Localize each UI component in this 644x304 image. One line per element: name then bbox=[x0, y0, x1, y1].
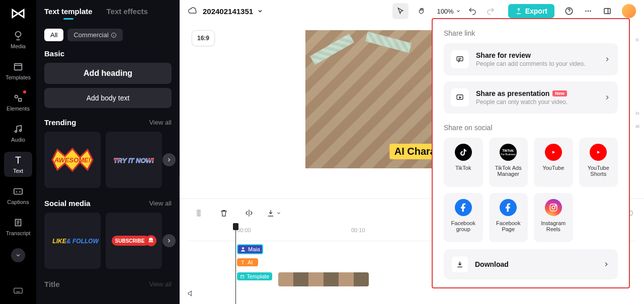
download-clip[interactable] bbox=[266, 209, 281, 218]
rail-label: Elements bbox=[7, 106, 30, 112]
tiktok-icon bbox=[455, 144, 472, 161]
zoom-value: 100% bbox=[437, 8, 453, 15]
svg-point-4 bbox=[20, 130, 22, 132]
help-icon[interactable] bbox=[565, 7, 574, 16]
rail-label: Audio bbox=[11, 137, 25, 143]
editor-center: 202402141351 100% Export bbox=[180, 0, 644, 304]
clip-avatar[interactable]: Maia bbox=[237, 244, 263, 254]
view-all-trending[interactable]: View all bbox=[149, 119, 172, 126]
rail-transcript[interactable]: Transcript bbox=[4, 214, 32, 239]
split-tool-icon[interactable] bbox=[191, 205, 207, 221]
tiktok-biz-icon: TikTok:For Business bbox=[500, 144, 517, 161]
rail-label: Text bbox=[13, 168, 23, 174]
carousel-next-icon[interactable] bbox=[163, 153, 176, 166]
keyboard-shortcuts-icon[interactable] bbox=[13, 285, 24, 296]
social-facebook-page[interactable]: Facebook Page bbox=[489, 193, 528, 242]
svg-text:LIKE: LIKE bbox=[52, 238, 66, 245]
export-icon bbox=[515, 8, 522, 15]
add-body-text-button[interactable]: Add body text bbox=[44, 88, 172, 108]
rail-audio[interactable]: Audio bbox=[4, 121, 32, 146]
hand-tool[interactable] bbox=[414, 3, 430, 19]
section-title-partial: Title bbox=[44, 280, 60, 288]
zoom-level[interactable]: 100% bbox=[437, 8, 460, 15]
chevron-right-icon bbox=[604, 56, 611, 63]
social-facebook-group[interactable]: Facebook group bbox=[444, 193, 483, 242]
export-button[interactable]: Export bbox=[508, 4, 554, 18]
clip-label: Template bbox=[247, 273, 269, 279]
social-youtube[interactable]: YouTube bbox=[534, 138, 573, 187]
svg-point-35 bbox=[552, 206, 555, 209]
social-youtube-shorts[interactable]: YouTube Shorts bbox=[579, 138, 618, 187]
instagram-icon bbox=[545, 199, 562, 216]
rail-elements[interactable]: Elements bbox=[4, 89, 32, 115]
mirror-icon[interactable] bbox=[241, 205, 257, 221]
mute-track-icon[interactable] bbox=[187, 289, 195, 297]
rail-more[interactable] bbox=[11, 248, 25, 262]
timeline-playhead[interactable] bbox=[235, 227, 236, 304]
aspect-ratio-badge[interactable]: 16:9 bbox=[192, 30, 215, 46]
filter-commercial[interactable]: Commercial bbox=[67, 29, 122, 41]
carousel-next-icon[interactable] bbox=[163, 234, 176, 247]
share-review-card[interactable]: Share for review People can add comments… bbox=[444, 43, 618, 75]
download-card[interactable]: Download bbox=[444, 249, 618, 279]
rail-media[interactable]: Media bbox=[4, 27, 32, 52]
chevron-right-icon bbox=[603, 261, 610, 268]
cursor-tool[interactable] bbox=[392, 3, 409, 19]
share-card-title: Share for review bbox=[476, 51, 597, 59]
social-tiktok[interactable]: TikTok bbox=[444, 138, 483, 187]
clip-text[interactable]: AI bbox=[237, 258, 258, 266]
tab-text-effects[interactable]: Text effects bbox=[107, 7, 148, 20]
more-icon[interactable] bbox=[584, 7, 593, 16]
clip-label: Maia bbox=[248, 246, 260, 252]
panel-toggle-icon[interactable] bbox=[603, 7, 612, 16]
filter-all[interactable]: All bbox=[44, 29, 63, 41]
social-label: TikTok bbox=[455, 165, 471, 171]
clip-video-track[interactable] bbox=[278, 272, 369, 286]
youtube-icon bbox=[590, 144, 607, 161]
rail-templates[interactable]: Templates bbox=[4, 58, 32, 83]
comment-icon bbox=[451, 50, 469, 68]
social-tiktok-ads-manager[interactable]: TikTok:For BusinessTikTok Ads Manager bbox=[489, 138, 528, 187]
template-thumb[interactable]: LIKE& FOLLOW bbox=[44, 213, 101, 269]
social-instagram-reels[interactable]: Instagram Reels bbox=[534, 193, 573, 242]
share-popover: Share link Share for review People can a… bbox=[432, 18, 630, 288]
template-thumb[interactable]: AWESOME! bbox=[44, 132, 101, 188]
template-thumb[interactable]: SUBSCRIBE bbox=[106, 213, 162, 269]
share-card-title: Share as presentation New bbox=[476, 89, 597, 97]
svg-point-17 bbox=[585, 11, 586, 12]
svg-rect-29 bbox=[199, 210, 200, 216]
redo-button[interactable] bbox=[486, 7, 495, 16]
svg-text:& FOLLOW: & FOLLOW bbox=[66, 238, 99, 245]
notification-dot bbox=[23, 90, 26, 93]
svg-text:AWESOME!: AWESOME! bbox=[54, 156, 91, 164]
export-label: Export bbox=[525, 7, 547, 15]
view-all-social[interactable]: View all bbox=[149, 199, 172, 207]
clip-template[interactable]: Template bbox=[237, 272, 272, 280]
cloud-sync-icon[interactable] bbox=[188, 6, 198, 16]
ruler-tick: 00:00 bbox=[237, 227, 251, 233]
svg-rect-28 bbox=[197, 210, 198, 216]
youtube-icon bbox=[545, 144, 562, 161]
facebook-icon bbox=[500, 199, 517, 216]
rail-label: Templates bbox=[6, 74, 31, 80]
svg-text:SUBSCRIBE: SUBSCRIBE bbox=[115, 238, 145, 244]
app-logo[interactable] bbox=[11, 6, 26, 21]
project-title-text: 202402141351 bbox=[203, 7, 253, 16]
section-social: Social media bbox=[44, 199, 91, 208]
rail-text[interactable]: Text bbox=[4, 152, 32, 177]
svg-rect-6 bbox=[14, 288, 23, 293]
svg-point-18 bbox=[588, 11, 589, 12]
undo-button[interactable] bbox=[468, 7, 477, 16]
info-icon bbox=[111, 32, 117, 38]
template-thumb[interactable]: TRY IT NOW! bbox=[106, 132, 162, 188]
delete-icon[interactable] bbox=[216, 205, 232, 221]
rail-captions[interactable]: Captions bbox=[4, 183, 32, 208]
user-avatar[interactable] bbox=[622, 4, 636, 18]
view-all-title[interactable]: View all bbox=[149, 280, 172, 288]
section-trending: Trending bbox=[44, 118, 76, 127]
project-title[interactable]: 202402141351 bbox=[203, 7, 263, 16]
share-presentation-card[interactable]: Share as presentation New People can onl… bbox=[444, 81, 618, 114]
add-heading-button[interactable]: Add heading bbox=[44, 63, 172, 84]
download-icon bbox=[452, 256, 468, 272]
tab-text-template[interactable]: Text template bbox=[44, 7, 93, 20]
